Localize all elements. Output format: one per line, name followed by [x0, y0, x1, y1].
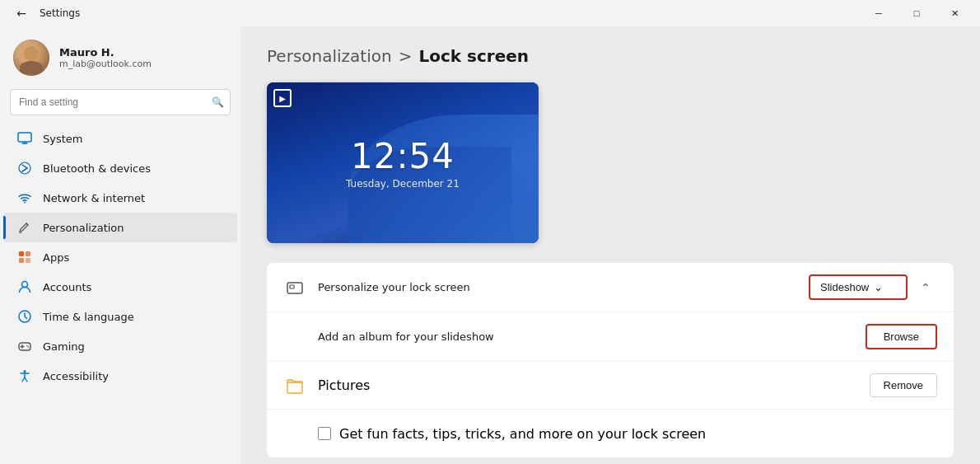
sidebar-item-system[interactable]: System [3, 124, 237, 153]
svg-point-9 [22, 282, 28, 288]
add-album-icon [283, 326, 306, 349]
folder-icon [283, 374, 306, 397]
fun-facts-label: Get fun facts, tips, tricks, and more on… [339, 426, 706, 442]
browse-button[interactable]: Browse [866, 324, 937, 349]
wifi-icon [16, 190, 33, 206]
svg-point-3 [19, 162, 30, 174]
sidebar-item-gaming-label: Gaming [43, 340, 85, 353]
sidebar-item-accessibility[interactable]: Accessibility [3, 361, 237, 391]
nav-section: System Bluetooth & devices [0, 122, 240, 392]
gaming-icon [16, 338, 33, 354]
app-title: Settings [40, 7, 80, 19]
sidebar-item-network[interactable]: Network & internet [3, 183, 237, 213]
svg-rect-0 [18, 133, 31, 142]
svg-rect-7 [19, 258, 24, 263]
breadcrumb-parent: Personalization [267, 46, 392, 66]
user-info: Mauro H. m_lab@outlook.com [59, 46, 152, 69]
svg-rect-5 [19, 251, 24, 256]
window-controls: ─ □ ✕ [860, 0, 973, 26]
avatar [13, 40, 49, 76]
accounts-icon [16, 279, 33, 295]
svg-point-16 [24, 370, 26, 373]
lock-screen-icon [283, 276, 306, 299]
svg-point-15 [28, 346, 30, 348]
slideshow-value: Slideshow [820, 281, 869, 293]
lock-time: 12:54 [351, 136, 455, 176]
svg-point-4 [24, 202, 26, 204]
breadcrumb-current: Lock screen [418, 46, 529, 66]
sidebar: Mauro H. m_lab@outlook.com 🔍 System [0, 26, 240, 464]
search-box: 🔍 [10, 89, 231, 115]
collapse-button[interactable]: ⌃ [914, 276, 937, 299]
brush-icon [16, 219, 33, 236]
search-icon: 🔍 [212, 96, 224, 108]
svg-point-14 [26, 345, 28, 347]
sidebar-item-apps-label: Apps [43, 251, 69, 264]
sidebar-item-bluetooth[interactable]: Bluetooth & devices [3, 153, 237, 183]
maximize-button[interactable]: □ [898, 0, 936, 26]
svg-rect-6 [26, 251, 30, 256]
breadcrumb-separator: > [399, 46, 413, 66]
dropdown-chevron-icon: ⌄ [874, 281, 883, 293]
search-input[interactable] [10, 89, 231, 115]
sidebar-item-personalization-label: Personalization [43, 222, 124, 234]
fun-facts-checkbox-row: Get fun facts, tips, tricks, and more on… [318, 426, 937, 442]
settings-panel: Personalize your lock screen Slideshow ⌄… [267, 263, 954, 457]
sidebar-item-apps[interactable]: Apps [3, 242, 237, 272]
user-name: Mauro H. [59, 46, 152, 59]
fun-facts-checkbox[interactable] [318, 427, 331, 440]
add-album-label: Add an album for your slideshow [318, 330, 866, 343]
close-button[interactable]: ✕ [936, 0, 973, 26]
sidebar-item-personalization[interactable]: Personalization [3, 213, 237, 242]
add-album-row: Add an album for your slideshow Browse [267, 312, 954, 362]
sidebar-item-bluetooth-label: Bluetooth & devices [43, 162, 151, 175]
pictures-control: Remove [870, 373, 937, 397]
personalize-lock-row: Personalize your lock screen Slideshow ⌄… [267, 263, 954, 312]
fun-facts-row: Get fun facts, tips, tricks, and more on… [267, 410, 954, 457]
sidebar-item-gaming[interactable]: Gaming [3, 331, 237, 361]
fun-facts-icon [283, 422, 306, 445]
personalize-lock-label: Personalize your lock screen [318, 281, 809, 293]
sidebar-item-system-label: System [43, 133, 82, 145]
sidebar-item-time[interactable]: Time & language [3, 302, 237, 331]
pictures-folder-row: Pictures [318, 377, 870, 393]
svg-rect-18 [290, 285, 294, 288]
slideshow-dropdown[interactable]: Slideshow ⌄ [809, 274, 908, 300]
remove-button[interactable]: Remove [870, 373, 937, 397]
clock-icon [16, 308, 33, 325]
sidebar-item-network-label: Network & internet [43, 192, 145, 204]
add-album-control: Browse [866, 324, 937, 349]
monitor-icon [16, 130, 33, 147]
pictures-label: Pictures [318, 377, 370, 393]
personalize-lock-control: Slideshow ⌄ ⌃ [809, 274, 937, 300]
title-bar: ← Settings ─ □ ✕ [0, 0, 980, 26]
lock-date: Tuesday, December 21 [346, 178, 460, 190]
user-email: m_lab@outlook.com [59, 59, 152, 69]
sidebar-item-accounts[interactable]: Accounts [3, 272, 237, 302]
sidebar-item-accessibility-label: Accessibility [43, 370, 109, 382]
accessibility-icon [16, 368, 33, 384]
breadcrumb: Personalization > Lock screen [267, 46, 954, 66]
minimize-button[interactable]: ─ [860, 0, 898, 26]
svg-rect-8 [26, 258, 30, 263]
user-profile[interactable]: Mauro H. m_lab@outlook.com [0, 26, 240, 86]
bluetooth-icon [16, 160, 33, 176]
main-content: Personalization > Lock screen ▶ 12:54 Tu… [240, 26, 980, 464]
pictures-row: Pictures Remove [267, 362, 954, 410]
sidebar-item-time-label: Time & language [43, 311, 134, 323]
lock-preview-content: 12:54 Tuesday, December 21 [267, 82, 539, 243]
sidebar-item-accounts-label: Accounts [43, 281, 91, 293]
lock-screen-preview: ▶ 12:54 Tuesday, December 21 [267, 82, 539, 243]
apps-icon [16, 249, 33, 265]
back-button[interactable]: ← [10, 2, 33, 25]
